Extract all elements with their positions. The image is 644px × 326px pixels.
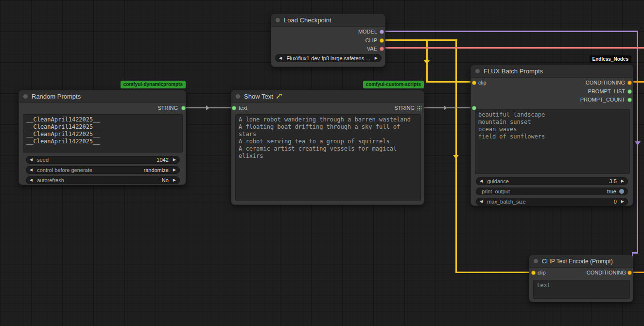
node-status-dot[interactable] [236,94,240,99]
guidance-widget[interactable]: ◀ guidance 3.5 ▶ [476,177,628,185]
node-status-dot[interactable] [276,18,280,22]
output-label-prompt-count: PROMPT_COUNT [580,97,625,103]
wire-vae [383,47,644,49]
wire-model [383,31,638,32]
link-arrow-right-icon [206,105,209,110]
node-title: Load Checkpoint [284,17,331,24]
node-title-bar[interactable]: Random Prompts [19,90,186,103]
widget-label: seed [37,157,49,163]
control-before-generate-widget[interactable]: ◀ control before generate randomize ▶ [26,166,180,174]
show-text-display[interactable]: A lone robot wandering through a barren … [235,114,421,201]
increment-arrow-icon[interactable]: ▶ [173,158,176,162]
increment-arrow-icon[interactable]: ▶ [621,200,624,204]
node-title: Show Text [244,93,273,100]
wire-clip [383,39,457,41]
decrement-arrow-icon[interactable]: ◀ [480,200,483,204]
wire-clip [455,272,533,273]
node-load-checkpoint[interactable]: Load Checkpoint MODEL CLIP VAE ◀ Flux\fl… [271,14,385,67]
input-label-clip: clip [478,80,487,86]
node-graph-canvas[interactable]: Load Checkpoint MODEL CLIP VAE ◀ Flux\fl… [0,0,644,326]
widget-value: 0 [614,199,617,205]
link-arrow-down-icon [635,141,641,145]
port-prompt-list-output[interactable] [627,89,632,94]
decrement-arrow-icon[interactable]: ◀ [30,178,33,182]
node-title-bar[interactable]: FLUX Batch Prompts [471,65,633,78]
ckpt-name-value: Flux\flux1-dev-fp8.large.safetens ... [282,55,375,61]
node-title: FLUX Batch Prompts [484,68,543,75]
widget-label: guidance [487,178,509,184]
output-label-string: STRING [394,105,415,111]
node-title-bar[interactable]: Load Checkpoint [271,14,385,27]
wire-clip [426,81,474,83]
port-clip-output[interactable] [380,38,384,43]
node-pack-badge: comfyui-custom-scripts [363,81,424,88]
port-text-input[interactable] [232,106,236,110]
node-clip-text-encode[interactable]: CLIP Text Encode (Prompt) clip CONDITION… [529,255,633,302]
node-title: CLIP Text Encode (Prompt) [542,258,613,265]
increment-arrow-icon[interactable]: ▶ [621,179,624,183]
node-pack-badge: Endless_Nodes [590,55,631,63]
output-label-prompt-list: PROMPT_LIST [588,88,625,95]
node-title-bar[interactable]: CLIP Text Encode (Prompt) [529,255,633,268]
widget-value: 1042 [157,157,168,163]
seed-widget[interactable]: ◀ seed 1042 ▶ [26,156,180,164]
port-conditioning-output[interactable] [627,81,632,85]
node-title: Random Prompts [32,93,81,100]
node-status-dot[interactable] [475,69,480,73]
random-prompts-text-display[interactable]: __CleanApril1422025__ __CleanApril142202… [23,114,183,153]
ckpt-name-combo[interactable]: ◀ Flux\flux1-dev-fp8.large.safetens ... … [275,54,382,62]
input-label-clip: clip [538,270,546,276]
widget-value: No [162,177,169,183]
widget-value: 3.5 [609,178,617,184]
output-label-model: MODEL [358,29,377,35]
batch-prompts-textarea[interactable]: beautiful landscape mountain sunset ocea… [475,109,630,174]
snake-icon [276,93,282,100]
decrement-arrow-icon[interactable]: ◀ [480,179,483,183]
node-random-prompts[interactable]: comfyui-dynamicprompts Random Prompts ST… [18,90,186,185]
print-output-toggle-widget[interactable]: print_output true [476,188,628,195]
string-list-output-icon[interactable] [417,106,422,111]
widget-label: autorefresh [37,177,64,183]
widget-label: control before generate [37,167,92,173]
node-status-dot[interactable] [23,94,28,99]
port-string-output[interactable] [181,106,186,110]
wire-conditioning-clip-encode [632,272,644,273]
autorefresh-widget[interactable]: ◀ autorefresh No ▶ [26,176,180,184]
node-flux-batch-prompts[interactable]: Endless_Nodes FLUX Batch Prompts clip CO… [470,65,633,206]
widget-value: true [607,189,616,194]
boolean-toggle-icon[interactable] [619,189,624,194]
link-arrow-down-icon [424,60,430,64]
output-label-vae: VAE [367,46,377,52]
node-status-dot[interactable] [534,259,538,263]
port-model-output[interactable] [380,30,384,34]
port-clip-input[interactable] [531,271,536,275]
prompt-textarea[interactable]: text [533,280,630,299]
increment-arrow-icon[interactable]: ▶ [173,168,176,172]
increment-arrow-icon[interactable]: ▶ [173,178,176,182]
node-pack-badge: comfyui-dynamicprompts [121,81,186,88]
output-label-conditioning: CONDITIONING [587,270,626,276]
node-title-bar[interactable]: Show Text [231,90,424,103]
output-label-string: STRING [157,105,178,111]
max-batch-size-widget[interactable]: ◀ max_batch_size 0 ▶ [476,198,628,206]
node-show-text[interactable]: comfyui-custom-scripts Show Text text ST… [231,90,424,205]
wire-conditioning-flux [632,81,644,83]
decrement-arrow-icon[interactable]: ◀ [30,158,33,162]
widget-label: print_output [482,189,510,194]
input-label-text: text [239,105,247,111]
port-clip-input[interactable] [472,81,476,85]
widget-label: max_batch_size [487,199,526,205]
output-label-conditioning: CONDITIONING [586,80,625,86]
widget-value: randomize [143,167,168,173]
decrement-arrow-icon[interactable]: ◀ [30,168,33,172]
link-arrow-down-icon [453,155,459,159]
port-vae-output[interactable] [380,47,384,51]
port-prompt-count-output[interactable] [627,98,632,102]
port-conditioning-output[interactable] [627,271,632,275]
link-arrow-right-icon [444,105,447,110]
output-label-clip: CLIP [366,37,377,44]
next-arrow-icon[interactable]: ▶ [375,56,378,60]
